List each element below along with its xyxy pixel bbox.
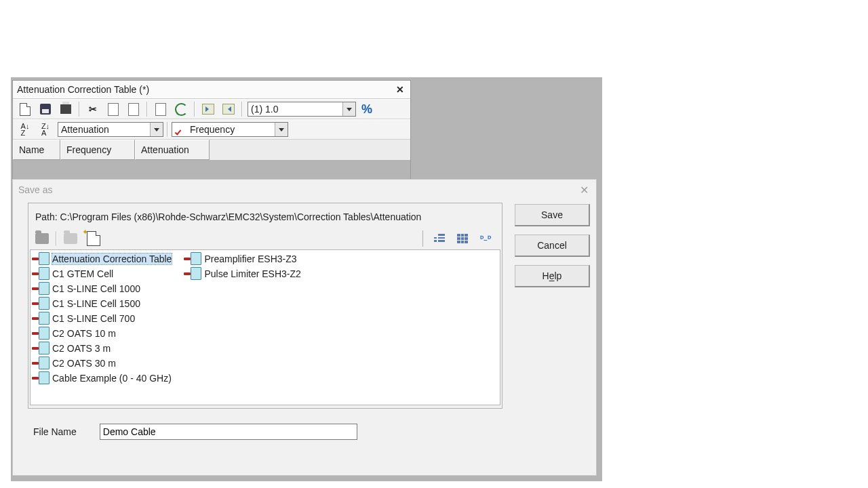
saveas-titlebar[interactable]: Save as ✕ — [13, 180, 596, 200]
file-item-label: Attenuation Correction Table — [52, 253, 172, 264]
file-icon — [32, 252, 50, 265]
file-item[interactable]: C1 S-LINE Cell 1000 — [32, 281, 174, 296]
file-item-label: C1 S-LINE Cell 1500 — [52, 298, 140, 309]
new-file-button[interactable] — [84, 230, 103, 247]
separator-icon — [167, 122, 168, 137]
path-label: Path: C:\Program Files (x86)\Rohde-Schwa… — [28, 203, 502, 228]
axis-combo[interactable]: Frequency — [172, 122, 288, 137]
grid-area: Name Frequency Attenuation — [13, 140, 410, 180]
folder-up-button[interactable] — [33, 230, 52, 247]
app-background: Attenuation Correction Table (*) ✕ ✂ (1)… — [11, 77, 602, 481]
separator-icon — [79, 102, 80, 117]
file-item[interactable]: C2 OATS 30 m — [32, 356, 174, 371]
column-header-attenuation[interactable]: Attenuation — [135, 140, 210, 160]
main-title: Attenuation Correction Table (*) — [17, 84, 149, 95]
file-item-label: C2 OATS 10 m — [52, 328, 116, 339]
cancel-button[interactable]: Cancel — [515, 235, 590, 257]
close-icon[interactable]: ✕ — [394, 83, 406, 96]
folder-button[interactable] — [61, 230, 80, 247]
separator-icon — [241, 102, 243, 117]
file-icon — [184, 267, 201, 280]
percent-button[interactable]: % — [357, 100, 376, 118]
column-header-name[interactable]: Name — [13, 140, 60, 160]
doc-button[interactable] — [151, 100, 170, 118]
insert-row-button[interactable] — [199, 100, 218, 118]
saveas-title: Save as — [18, 184, 53, 195]
dropdown-arrow-icon[interactable] — [275, 123, 288, 136]
file-item-label: Cable Example (0 - 40 GHz) — [52, 373, 172, 384]
file-list-col1: Attenuation Correction TableC1 GTEM Cell… — [32, 251, 174, 386]
file-item[interactable]: Attenuation Correction Table — [32, 251, 174, 266]
unit-combo[interactable]: Attenuation — [58, 122, 163, 137]
file-browser-toolbar: ᴰ₋ᴰ — [28, 228, 502, 249]
save-as-dialog: Save as ✕ Path: C:\Program Files (x86)\R… — [12, 179, 597, 476]
file-item-label: Preamplifier ESH3-Z3 — [204, 253, 296, 264]
value-combo[interactable]: (1) 1.0 — [248, 102, 356, 117]
append-row-button[interactable] — [219, 100, 238, 118]
view-list-icon[interactable] — [430, 230, 449, 247]
file-item[interactable]: Pulse Limiter ESH3-Z2 — [184, 266, 303, 281]
column-header-frequency[interactable]: Frequency — [60, 140, 135, 160]
separator-icon — [146, 102, 148, 117]
file-list[interactable]: Attenuation Correction TableC1 GTEM Cell… — [30, 249, 500, 405]
sort-az-desc-button[interactable]: Z↓A — [36, 121, 55, 138]
paste-button[interactable] — [124, 100, 143, 118]
view-custom-icon[interactable]: ᴰ₋ᴰ — [476, 230, 495, 247]
help-button[interactable]: Help — [515, 265, 590, 287]
sort-az-asc-button[interactable]: A↓Z — [16, 121, 35, 138]
main-titlebar[interactable]: Attenuation Correction Table (*) ✕ — [13, 81, 410, 99]
new-file-button[interactable] — [16, 100, 35, 118]
file-item-label: C2 OATS 30 m — [52, 358, 116, 369]
file-icon — [32, 327, 50, 340]
file-item-label: C1 S-LINE Cell 700 — [52, 313, 135, 324]
save-button[interactable]: Save — [515, 204, 590, 226]
file-item[interactable]: Cable Example (0 - 40 GHz) — [32, 371, 174, 386]
dropdown-arrow-icon[interactable] — [150, 123, 163, 136]
file-icon — [32, 282, 50, 295]
file-icon — [184, 252, 201, 265]
main-toolbar-1: ✂ (1) 1.0 % — [13, 99, 410, 119]
unit-combo-value: Attenuation — [58, 124, 150, 135]
axis-combo-value: Frequency — [187, 124, 275, 135]
cut-button[interactable]: ✂ — [83, 100, 102, 118]
file-item[interactable]: Preamplifier ESH3-Z3 — [184, 251, 303, 266]
file-item[interactable]: C1 S-LINE Cell 700 — [32, 311, 174, 326]
file-item[interactable]: C2 OATS 10 m — [32, 326, 174, 341]
print-button[interactable] — [56, 100, 75, 118]
main-toolbar-2: A↓Z Z↓A Attenuation Frequency — [13, 119, 410, 140]
separator-icon — [194, 102, 195, 117]
file-icon — [32, 371, 50, 384]
filename-row: File Name — [28, 418, 502, 441]
refresh-button[interactable] — [172, 100, 191, 118]
file-browser-frame: Path: C:\Program Files (x86)\Rohde-Schwa… — [28, 203, 502, 409]
file-item-label: C2 OATS 3 m — [52, 343, 111, 354]
separator-icon — [56, 231, 57, 246]
file-list-col2: Preamplifier ESH3-Z3Pulse Limiter ESH3-Z… — [184, 251, 303, 281]
checkmark-icon — [175, 125, 184, 134]
filename-label: File Name — [33, 426, 77, 437]
file-item-label: C1 S-LINE Cell 1000 — [52, 283, 140, 294]
file-item[interactable]: C1 GTEM Cell — [32, 266, 174, 281]
grid-header: Name Frequency Attenuation — [13, 140, 410, 160]
file-icon — [32, 357, 50, 369]
file-icon — [32, 312, 50, 325]
percent-icon: % — [361, 102, 372, 117]
save-button[interactable] — [36, 100, 55, 118]
file-item[interactable]: C1 S-LINE Cell 1500 — [32, 296, 174, 311]
file-icon — [32, 297, 50, 310]
file-item[interactable]: C2 OATS 3 m — [32, 341, 174, 356]
value-combo-value: (1) 1.0 — [248, 104, 342, 115]
filename-input[interactable] — [100, 424, 357, 440]
file-item-label: Pulse Limiter ESH3-Z2 — [204, 268, 300, 279]
path-breadcrumb[interactable] — [107, 230, 423, 247]
view-details-icon[interactable] — [453, 230, 472, 247]
close-icon[interactable]: ✕ — [577, 183, 591, 197]
file-item-label: C1 GTEM Cell — [52, 268, 113, 279]
file-icon — [32, 342, 50, 354]
copy-button[interactable] — [104, 100, 123, 118]
file-icon — [32, 267, 50, 280]
correction-table-window: Attenuation Correction Table (*) ✕ ✂ (1)… — [12, 80, 411, 181]
dropdown-arrow-icon[interactable] — [342, 102, 355, 116]
